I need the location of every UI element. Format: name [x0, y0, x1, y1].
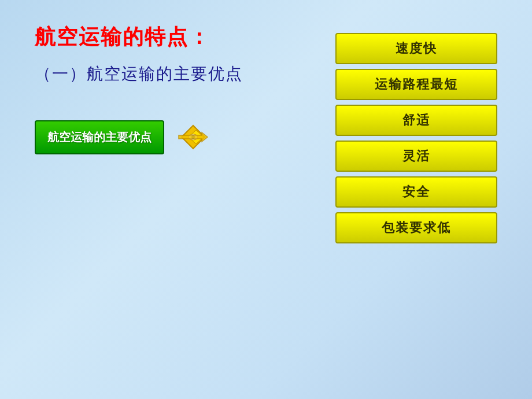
right-item-5: 包装要求低 [335, 212, 497, 243]
right-item-0: 速度快 [335, 33, 497, 64]
arrow-icon [176, 120, 210, 154]
right-item-4: 安全 [335, 176, 497, 208]
content-area: 航空运输的主要优点 速度快 运输路程最短 舒适 灵活 安全 包装要求低 [35, 120, 497, 154]
right-boxes: 速度快 运输路程最短 舒适 灵活 安全 包装要求低 [335, 33, 497, 243]
right-item-1: 运输路程最短 [335, 69, 497, 100]
left-box: 航空运输的主要优点 [35, 120, 164, 154]
arrow-area [176, 120, 210, 154]
slide: 航空运输的特点： （一）航空运输的主要优点 航空运输的主要优点 速度快 运输路程… [0, 0, 532, 399]
right-item-3: 灵活 [335, 141, 497, 172]
right-item-2: 舒适 [335, 105, 497, 136]
